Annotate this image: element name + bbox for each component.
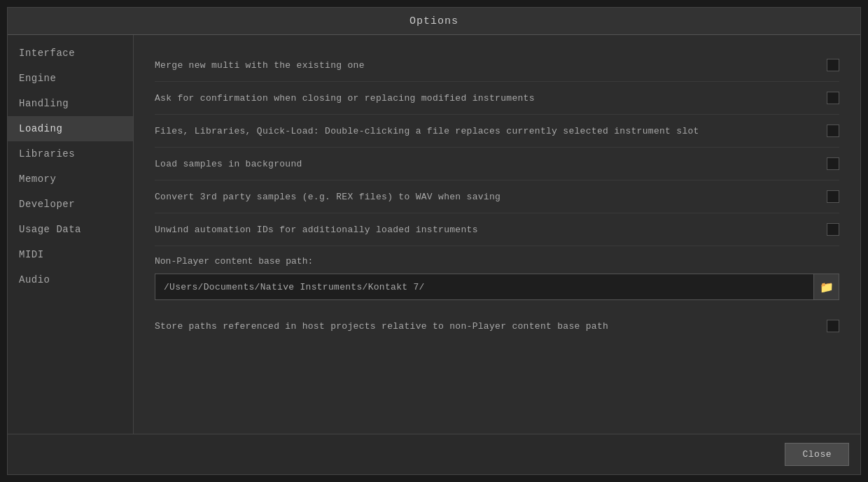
checkbox-load-background[interactable] [827, 157, 839, 170]
dialog-title: Options [410, 15, 458, 27]
sidebar-item-loading[interactable]: Loading [8, 116, 133, 141]
title-bar: Options [8, 8, 860, 35]
sidebar: Interface Engine Handling Loading Librar… [8, 35, 134, 434]
folder-browse-button[interactable]: 📁 [813, 274, 839, 299]
checkbox-confirm-close[interactable] [827, 92, 839, 104]
sidebar-item-engine[interactable]: Engine [8, 66, 133, 91]
option-row-store-paths: Store paths referenced in host projects … [155, 310, 839, 342]
sidebar-item-interface[interactable]: Interface [8, 41, 133, 66]
checkbox-double-click[interactable] [827, 125, 839, 137]
checkbox-unwind-automation[interactable] [827, 223, 839, 236]
path-section: Non-Player content base path: 📁 [155, 246, 839, 310]
folder-icon: 📁 [820, 281, 834, 294]
sidebar-item-audio[interactable]: Audio [8, 267, 133, 292]
sidebar-item-developer[interactable]: Developer [8, 192, 133, 217]
checkbox-merge-multi[interactable] [827, 59, 839, 71]
option-row-convert-samples: Convert 3rd party samples (e.g. REX file… [155, 180, 839, 213]
path-input[interactable] [155, 275, 813, 299]
option-label-store-paths: Store paths referenced in host projects … [155, 321, 827, 332]
option-label-convert-samples: Convert 3rd party samples (e.g. REX file… [155, 192, 827, 202]
options-dialog: Options Interface Engine Handling Loadin… [7, 7, 861, 475]
option-label-double-click: Files, Libraries, Quick-Load: Double-cli… [155, 126, 827, 136]
option-label-merge-multi: Merge new multi with the existing one [155, 60, 827, 71]
checkbox-store-paths[interactable] [827, 320, 839, 332]
sidebar-item-handling[interactable]: Handling [8, 91, 133, 116]
close-button[interactable]: Close [785, 443, 849, 466]
option-label-unwind-automation: Unwind automation IDs for additionally l… [155, 225, 827, 235]
content-area: Interface Engine Handling Loading Librar… [8, 35, 860, 434]
sidebar-item-midi[interactable]: MIDI [8, 242, 133, 267]
sidebar-item-memory[interactable]: Memory [8, 166, 133, 192]
path-input-row: 📁 [155, 274, 839, 300]
option-label-confirm-close: Ask for confirmation when closing or rep… [155, 93, 827, 104]
main-content: Merge new multi with the existing one As… [134, 35, 860, 434]
option-row-merge-multi: Merge new multi with the existing one [155, 49, 839, 82]
option-row-confirm-close: Ask for confirmation when closing or rep… [155, 82, 839, 115]
path-section-label: Non-Player content base path: [155, 256, 839, 267]
option-row-unwind-automation: Unwind automation IDs for additionally l… [155, 213, 839, 246]
checkbox-convert-samples[interactable] [827, 190, 839, 203]
footer: Close [8, 434, 860, 474]
option-label-load-background: Load samples in background [155, 159, 827, 169]
sidebar-item-usage-data[interactable]: Usage Data [8, 217, 133, 242]
option-row-double-click: Files, Libraries, Quick-Load: Double-cli… [155, 115, 839, 148]
sidebar-item-libraries[interactable]: Libraries [8, 141, 133, 166]
option-row-load-background: Load samples in background [155, 148, 839, 180]
